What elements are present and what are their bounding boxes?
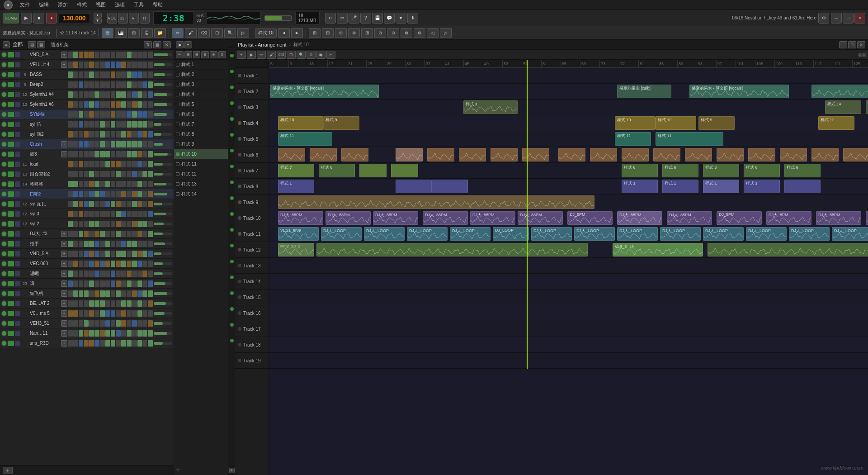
pattern-add-btn[interactable]: + (184, 41, 192, 48)
pattern-cell[interactable] (105, 191, 110, 197)
clip-block[interactable] (359, 164, 387, 177)
pattern-cell[interactable] (148, 52, 153, 58)
pattern-cell[interactable] (116, 211, 121, 217)
pattern-cell[interactable] (89, 251, 94, 257)
pattern-cell[interactable] (127, 191, 132, 197)
pattern-cell[interactable] (142, 91, 147, 98)
clip-block[interactable]: 样式 12 (818, 116, 854, 130)
ch-solo[interactable] (15, 281, 20, 286)
pattern-cell[interactable] (137, 111, 142, 118)
heart-btn[interactable]: ♥ (396, 13, 406, 24)
pattern-cell[interactable] (68, 141, 73, 147)
ruler-tick[interactable]: 101 (736, 60, 755, 67)
pattern-cell[interactable] (84, 201, 89, 207)
arrangement-track-row[interactable]: 样式 3样式 14样式 3 (269, 100, 868, 115)
pattern-cell[interactable] (89, 241, 94, 247)
pattern-cell[interactable] (121, 221, 126, 227)
ch-name[interactable]: BE…AT 2 (29, 301, 61, 306)
pattern-cell[interactable] (148, 81, 153, 88)
pattern-cell[interactable] (94, 181, 99, 187)
pattern-cell[interactable] (73, 171, 78, 177)
pattern-cell[interactable] (100, 320, 105, 327)
pattern-cell[interactable] (111, 91, 116, 98)
channel-row[interactable]: 鼓3 + (0, 149, 174, 159)
clip-block[interactable] (811, 148, 839, 162)
pattern-cell[interactable] (94, 111, 99, 118)
pattern-cell[interactable] (105, 121, 110, 128)
pattern-item[interactable]: 样式 14 (174, 189, 228, 199)
ch-name[interactable]: Nan…11 (29, 331, 61, 336)
pattern-cell[interactable] (148, 181, 153, 187)
pattern-cell[interactable] (94, 330, 99, 337)
pattern-cell[interactable] (84, 241, 89, 247)
ch-led[interactable] (2, 212, 6, 216)
pattern-cell[interactable] (73, 320, 78, 327)
pattern-item[interactable]: 样式 5 (174, 100, 228, 109)
pattern-cell[interactable] (142, 271, 147, 277)
ch-solo[interactable] (15, 102, 20, 107)
arrangement-track-row[interactable]: 盛夏的果实 - 莫文蔚 [vocals]盛夏的果实 [calb]盛夏的果实 - … (269, 84, 868, 100)
pattern-cell[interactable] (127, 141, 132, 147)
pattern-cell[interactable] (79, 300, 84, 307)
clip-block[interactable]: DJ_LOOP (493, 227, 529, 241)
arr-select[interactable]: ⊡ (287, 51, 296, 59)
arrangement-track-row[interactable]: DJ大_88PMDJ大_88PMDJ大_88PMDJ大_88PMDJ大_88PM… (269, 210, 868, 226)
pattern-cell[interactable] (132, 131, 137, 138)
track-label[interactable]: Track 8 (235, 179, 269, 195)
pattern-cell[interactable] (73, 111, 78, 118)
channel-row[interactable]: VND_5 A + (0, 50, 174, 60)
track-visibility-dot[interactable] (230, 291, 234, 295)
pattern-cell[interactable] (89, 261, 94, 267)
pattern-cell[interactable] (116, 161, 121, 167)
pattern-cell[interactable] (100, 131, 105, 138)
pattern-cell[interactable] (116, 241, 121, 247)
pattern-cell[interactable] (89, 280, 94, 287)
pattern-cell[interactable] (94, 131, 99, 138)
ch-led[interactable] (2, 132, 6, 137)
mic-btn[interactable]: 🎤 (349, 13, 359, 24)
channel-row[interactable]: Nan…11 + (0, 328, 174, 338)
pencil-btn[interactable]: ✏ (172, 28, 184, 38)
pattern-cell[interactable] (79, 121, 84, 128)
pattern-cell[interactable] (89, 81, 94, 88)
pattern-cell[interactable] (100, 290, 105, 297)
arrangement-track-row[interactable] (269, 147, 868, 163)
ch-add-btn[interactable]: + (61, 241, 67, 247)
ch-name[interactable]: Sylenth1 #6 (29, 102, 61, 107)
pattern-cell[interactable] (121, 101, 126, 108)
pattern-cell[interactable] (137, 320, 142, 327)
pattern-cell[interactable] (73, 141, 78, 147)
pattern-cell[interactable] (121, 271, 126, 277)
pattern-cell[interactable] (68, 300, 73, 307)
arrangement-track-row[interactable] (269, 68, 868, 84)
pattern-cell[interactable] (68, 231, 73, 237)
pattern-cell[interactable] (137, 141, 142, 147)
ch-solo[interactable] (15, 241, 20, 247)
clip-block[interactable] (653, 148, 680, 162)
pattern-cell[interactable] (94, 191, 99, 197)
channel-row[interactable]: VFH…it 4 + (0, 60, 174, 70)
pattern-cell[interactable] (127, 151, 132, 157)
ch-name[interactable]: V0…ms 5 (29, 311, 61, 316)
ch-name[interactable]: syl 滴2 (29, 131, 61, 138)
pattern-cell[interactable] (137, 91, 142, 98)
pattern-cell[interactable] (100, 310, 105, 317)
pattern-cell[interactable] (100, 330, 105, 337)
pt-tool6[interactable]: ⊘ (218, 51, 226, 58)
ruler-tick[interactable]: 29 (386, 60, 405, 67)
pattern-cell[interactable] (89, 330, 94, 337)
rack-view2[interactable]: ▦ (37, 41, 45, 48)
ch-fader[interactable] (154, 322, 172, 325)
pattern-cell[interactable] (73, 191, 78, 197)
arr-play[interactable]: ▶ (247, 51, 256, 59)
pattern-cell[interactable] (68, 221, 73, 227)
pitch-btn[interactable]: 32: (118, 13, 128, 24)
channel-row[interactable]: V0…ms 5 + (0, 309, 174, 318)
help-btn[interactable]: ? (360, 13, 371, 24)
pattern-cell[interactable] (94, 241, 99, 247)
clip-block[interactable]: VES1_er09 (278, 227, 319, 241)
pattern-cell[interactable] (127, 121, 132, 128)
ruler-tick[interactable]: 45 (463, 60, 483, 67)
pattern-cell[interactable] (89, 231, 94, 237)
pattern-cell[interactable] (137, 171, 142, 177)
